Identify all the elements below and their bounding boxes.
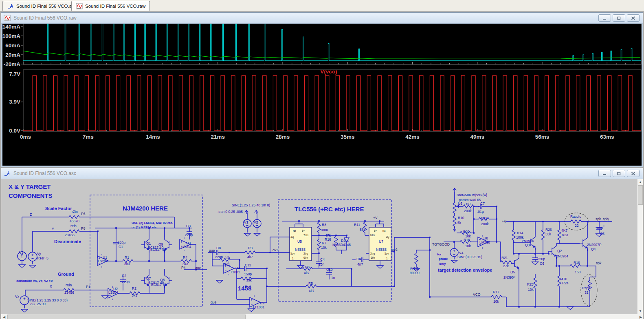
schematic-label-c10[interactable]: C10 <box>326 268 333 272</box>
schematic-label-r16[interactable]: R16 <box>325 237 331 241</box>
schematic-label-bc817-40[interactable]: BC817-40 <box>150 248 166 252</box>
schematic-label-r21[interactable]: R21 <box>501 256 508 260</box>
schematic-label-tlc556-rc-etc-here[interactable]: TLC556 (+RC etc) HERE <box>295 206 364 213</box>
schematic-label-23456[interactable]: 23456 <box>65 233 75 237</box>
ground-symbol[interactable] <box>216 280 223 283</box>
resistor-rZin[interactable] <box>69 215 79 219</box>
source-V4[interactable] <box>450 248 458 257</box>
resistor-R21[interactable] <box>501 261 511 264</box>
schematic-label-rst[interactable]: rst <box>382 229 385 232</box>
horizontal-scrollbar[interactable]: ◀ ▶ <box>1 314 643 319</box>
schematic-label-r23[interactable]: R23 <box>562 233 568 237</box>
resistor-rYin[interactable] <box>69 230 79 233</box>
schematic-label--7-5[interactable]: -7.5 <box>253 224 259 228</box>
schematic-label-only[interactable]: only <box>439 262 446 266</box>
transistor-Q2[interactable] <box>549 244 556 259</box>
schematic-label-4n7[interactable]: 4n7 <box>357 262 363 266</box>
schematic-label-5ov[interactable]: 5ov <box>385 252 389 255</box>
schematic-label-u7[interactable]: U7 <box>379 239 383 244</box>
transistor-Q4[interactable] <box>580 235 587 251</box>
schematic-label-2n3904[interactable]: 2N3904 <box>556 254 568 258</box>
ground-symbol[interactable] <box>567 307 574 310</box>
schematic-label-2n3904[interactable]: 2N3904 <box>503 275 516 279</box>
schematic-label-p8[interactable]: P8 <box>81 226 86 230</box>
ground-symbol[interactable] <box>377 266 383 268</box>
schematic-label-c1[interactable]: C1 <box>119 245 123 249</box>
x-axis-label[interactable]: 56ms <box>535 134 549 140</box>
schematic-label-c2[interactable]: C2 <box>122 274 126 278</box>
schematic-label-3q[interactable]: 3Q <box>290 235 294 239</box>
schematic-label-c7[interactable]: C7 <box>480 202 485 206</box>
schematic-label-spk[interactable]: spk <box>596 261 602 265</box>
schematic-label-lm358[interactable]: LM358 <box>479 240 490 244</box>
schematic-label-ne555[interactable]: NE555 <box>295 248 306 252</box>
schematic-label-470[interactable]: 470 <box>561 277 567 281</box>
schematic-label-220p[interactable]: 220p <box>118 241 125 245</box>
schematic-label-rst[interactable]: rst <box>293 229 296 232</box>
y-axis-label[interactable]: 140mA <box>2 24 21 30</box>
resistor-R10[interactable] <box>453 216 456 226</box>
source-Vy[interactable] <box>28 252 37 261</box>
waveform-window-titlebar[interactable]: Sound ID Final 556 VCO.raw <box>1 13 643 24</box>
schematic-label-3k3[interactable]: 3k3 <box>132 293 137 297</box>
schematic-label-que[interactable]: que <box>209 248 215 253</box>
resistor-R25[interactable] <box>534 278 537 288</box>
x-axis-label[interactable]: 0ms <box>20 134 31 140</box>
ground-symbol[interactable] <box>21 309 28 312</box>
horizontal-scroll-thumb[interactable] <box>7 315 246 319</box>
schematic-label-ac-25-90[interactable]: AC .25 90 <box>30 302 46 306</box>
schematic-label-10k[interactable]: 10k <box>321 246 327 250</box>
schematic-label-que[interactable]: que <box>211 300 216 304</box>
schematic-label-r4[interactable]: R4 <box>183 255 187 259</box>
schematic-label-z[interactable]: Z <box>30 213 32 217</box>
x-axis-label[interactable]: 28ms <box>276 134 290 140</box>
schematic-label-scale-factor[interactable]: Scale Factor <box>45 206 72 211</box>
transistor-Q5[interactable] <box>511 256 519 271</box>
schematic-label-vy[interactable]: Vy <box>37 252 41 256</box>
schematic-label-x[interactable]: X <box>50 284 52 288</box>
schematic-label-1-[interactable]: 1- <box>292 257 295 260</box>
schematic-label-56k[interactable]: 56k <box>360 228 365 232</box>
schematic-label-10k[interactable]: 10k <box>465 244 471 248</box>
schematic-label-components[interactable]: COMPONENTS <box>9 192 53 199</box>
x-axis-label[interactable]: 35ms <box>341 134 355 140</box>
resistor-R3[interactable] <box>245 251 255 254</box>
resistor-R14[interactable] <box>512 230 515 240</box>
schematic-label--01-[interactable]: .01μ <box>477 210 484 214</box>
schematic-label-1n[interactable]: 1n <box>331 276 335 280</box>
schematic-label-ov2[interactable]: ov2 <box>392 248 398 252</box>
schematic-label-u9[interactable]: U9 <box>260 301 264 305</box>
schematic-label-bc817-40[interactable]: BC817-40 <box>151 283 167 287</box>
schematic-label-45678[interactable]: 45678 <box>70 219 79 223</box>
schematic-label-r20[interactable]: R20 <box>463 230 470 234</box>
schematic-label-njm4200-here[interactable]: NJM4200 HERE <box>123 205 168 212</box>
waveform-plot-area[interactable]: 220mA180mA140mA100mA60mA20mA-20mAI(Rspk)… <box>1 24 643 167</box>
schematic-label-q2[interactable]: Q2 <box>557 249 562 253</box>
schematic-label-10k[interactable]: 10k <box>528 288 534 292</box>
scroll-down-arrow[interactable]: ▼ <box>637 308 643 314</box>
schematic-label-22[interactable]: 22 <box>575 224 579 228</box>
resistor-rVCO[interactable] <box>415 253 418 264</box>
schematic-label--v[interactable]: +V <box>373 216 378 220</box>
schematic-label--v[interactable]: +V <box>502 219 506 224</box>
schematic-label-15n[interactable]: 15n <box>319 262 324 266</box>
x-axis-label[interactable]: 63ms <box>600 134 614 140</box>
schematic-label-lt1001[interactable]: LT1001 <box>229 270 240 274</box>
scroll-left-arrow[interactable]: ◀ <box>1 314 7 319</box>
schematic-label-c5[interactable]: C5 <box>600 232 604 236</box>
schematic-label-c8[interactable]: C8 <box>216 246 221 250</box>
schematic-label-ov1[interactable]: ov1 <box>273 248 278 252</box>
schematic-label-c12[interactable]: C12 <box>245 263 251 267</box>
tab-waveform[interactable]: Sound ID Final 556 VCO.raw <box>71 1 150 11</box>
source-polarity[interactable] <box>32 254 34 259</box>
resistor-Raudio[interactable] <box>571 220 581 223</box>
x-axis-label[interactable]: 21ms <box>211 134 225 140</box>
schematic-label-6thr[interactable]: 6thr <box>303 256 308 259</box>
y-axis-label[interactable]: 0.0V <box>9 128 20 134</box>
schematic-label-sine-0-0-25-15-[interactable]: SINE(0 0.25 15) <box>457 255 482 259</box>
schematic-label-spk-sply[interactable]: spk_sply <box>596 217 609 221</box>
schematic-label-ls204[interactable]: LS204 <box>98 259 108 263</box>
schematic-label-ls204[interactable]: LS204 <box>181 245 191 249</box>
plus-mark[interactable] <box>603 225 605 227</box>
schematic-label-99999[interactable]: 99999 <box>410 271 420 275</box>
